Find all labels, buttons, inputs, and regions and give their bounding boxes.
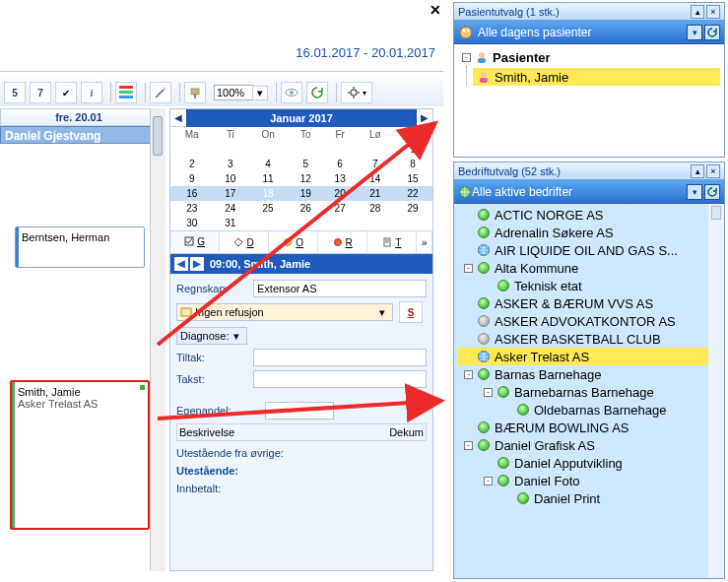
regnskap-label: Regnskap: xyxy=(176,283,253,294)
bedrift-scrollbar[interactable] xyxy=(708,204,724,578)
status-dot-icon xyxy=(477,261,491,275)
bedrift-item[interactable]: BÆRUM BOWLING AS xyxy=(458,419,724,436)
calendar-scrollbar[interactable] xyxy=(150,108,165,571)
expand-icon[interactable]: - xyxy=(462,53,471,62)
status-dot-icon xyxy=(496,385,510,399)
avatar-icon xyxy=(475,50,489,64)
tb-wand-icon[interactable] xyxy=(150,82,171,103)
tb-info-icon[interactable]: i xyxy=(81,82,102,103)
tab-more[interactable]: » xyxy=(417,231,432,253)
zoom-caret[interactable]: ▾ xyxy=(252,86,268,100)
pasient-panel-close[interactable]: × xyxy=(706,5,720,19)
dekum-label: Dekum xyxy=(389,426,424,438)
tb-gear-icon[interactable]: ▾ xyxy=(341,82,372,103)
refusjon-picker[interactable]: Ingen refusjon ▾ xyxy=(176,303,393,321)
tb-refresh-icon[interactable] xyxy=(306,82,328,103)
diagnose-picker[interactable]: Diagnose: ▾ xyxy=(176,327,247,345)
appointment-form: ◀ Januar 2017 ▶ MaTiOnToFrLøSø1234567891… xyxy=(169,108,433,571)
day-header-label: fre. 20.01 xyxy=(55,111,102,123)
status-dot-icon xyxy=(477,367,491,381)
tiltak-input[interactable] xyxy=(253,349,427,366)
bedrift-item[interactable]: ASKER & BÆRUM VVS AS xyxy=(458,294,724,312)
appointment-card[interactable]: Berntsen, Herman xyxy=(15,226,145,268)
zoom-control[interactable]: ▾ xyxy=(214,85,268,100)
close-icon[interactable]: ✕ xyxy=(430,2,441,18)
appointment-name: Smith, Jamie xyxy=(18,386,142,398)
beskrivelse-label: Beskrivelse xyxy=(179,426,234,438)
mini-calendar[interactable]: MaTiOnToFrLøSø12345678910111213141516171… xyxy=(170,127,432,230)
tb-color-icon[interactable] xyxy=(115,82,137,103)
bedrift-item[interactable]: -Daniel Foto xyxy=(458,472,724,489)
appointment-sub: Asker Trelast AS xyxy=(18,398,142,410)
tab-r[interactable]: R xyxy=(318,231,367,253)
pasient-filter-dropdown[interactable]: ▾ xyxy=(687,25,702,40)
bedrift-item[interactable]: -Alta Kommune xyxy=(458,259,724,277)
pasient-filter-refresh[interactable] xyxy=(704,25,720,40)
innbetalt-label: Innbetalt: xyxy=(176,483,427,494)
tab-t[interactable]: T xyxy=(367,231,417,253)
time-prev[interactable]: ◀ xyxy=(174,257,188,271)
bedrift-panel-close[interactable]: × xyxy=(706,164,720,178)
pasient-item[interactable]: Smith, Jamie xyxy=(473,68,720,86)
patients-icon xyxy=(458,25,474,40)
bedrift-item[interactable]: -Daniel Grafisk AS xyxy=(458,436,724,454)
bedrift-panel-collapse[interactable]: ▴ xyxy=(691,164,704,178)
diagnose-label: Diagnose: xyxy=(180,330,230,342)
bedrift-item[interactable]: Teknisk etat xyxy=(458,277,724,294)
expand-icon[interactable]: - xyxy=(484,388,493,397)
expand-icon[interactable]: - xyxy=(464,370,473,379)
bedrift-item[interactable]: Asker Trelast AS xyxy=(458,348,724,365)
svg-rect-16 xyxy=(194,94,196,98)
appointment-card-selected[interactable]: Smith, Jamie Asker Trelast AS xyxy=(10,380,150,530)
bedrift-item[interactable]: ASKER ADVOKATKONTOR AS xyxy=(458,312,724,330)
form-tabs: G D O R T » xyxy=(170,230,432,254)
s-button[interactable]: S xyxy=(399,301,423,323)
pasient-panel-collapse[interactable]: ▴ xyxy=(691,5,704,19)
mini-cal-next[interactable]: ▶ xyxy=(417,112,432,123)
tb-paint-icon[interactable] xyxy=(184,82,206,103)
expand-icon[interactable]: - xyxy=(464,264,473,273)
scrollbar-thumb[interactable] xyxy=(153,116,163,156)
status-dot-icon xyxy=(477,332,491,346)
expand-icon[interactable]: - xyxy=(484,477,493,485)
bedrift-item-label: Barnebarnas Barnehage xyxy=(514,385,654,400)
regnskap-input[interactable] xyxy=(253,280,427,297)
time-next[interactable]: ▶ xyxy=(190,257,204,271)
bedrift-filter-refresh[interactable] xyxy=(704,184,720,200)
pasient-filter-bar: Alle dagens pasienter ▾ xyxy=(454,21,724,44)
tab-o[interactable]: O xyxy=(269,231,318,253)
scroll-up-button[interactable] xyxy=(711,206,721,220)
bedrift-item[interactable]: AIR LIQUIDE OIL AND GAS S... xyxy=(458,241,724,259)
tb-btn-7[interactable]: 7 xyxy=(30,82,51,103)
tb-check-icon[interactable]: ✔ xyxy=(55,82,77,103)
bedrift-tree[interactable]: ACTIC NORGE ASAdrenalin Søkere ASAIR LIQ… xyxy=(454,204,724,578)
bedrift-item[interactable]: -Barnebarnas Barnehage xyxy=(458,383,724,401)
resource-header[interactable]: Daniel Gjestvang xyxy=(0,126,158,144)
svg-rect-11 xyxy=(119,91,133,94)
bedrift-filter-dropdown[interactable]: ▾ xyxy=(687,184,702,200)
egenandel-input[interactable] xyxy=(265,402,334,420)
utest-ovrige-label: Utestående fra øvrige: xyxy=(176,447,427,459)
svg-point-0 xyxy=(460,27,472,38)
mini-cal-month[interactable]: Januar 2017 xyxy=(186,109,417,127)
utestaende-label: Utestående: xyxy=(176,465,427,477)
takst-input[interactable] xyxy=(253,370,427,388)
refusjon-caret[interactable]: ▾ xyxy=(375,306,389,319)
zoom-input[interactable] xyxy=(214,85,253,100)
bedrift-item[interactable]: Daniel Print xyxy=(458,489,724,507)
bedrift-item[interactable]: Daniel Apputvikling xyxy=(458,454,724,472)
tab-d[interactable]: D xyxy=(220,231,269,253)
expand-icon[interactable]: - xyxy=(464,441,473,450)
pasient-root[interactable]: - Pasienter xyxy=(458,48,720,66)
tab-g[interactable]: G xyxy=(170,231,220,253)
day-header[interactable]: fre. 20.01 xyxy=(0,108,158,126)
bedrift-item[interactable]: Adrenalin Søkere AS xyxy=(458,224,724,241)
bedrift-item[interactable]: ACTIC NORGE AS xyxy=(458,206,724,224)
bedrift-item[interactable]: Oldebarnas Barnehage xyxy=(458,401,724,419)
mini-cal-prev[interactable]: ◀ xyxy=(170,112,186,123)
bedrift-item[interactable]: -Barnas Barnehage xyxy=(458,365,724,383)
bedrift-item[interactable]: ASKER BASKETBALL CLUB xyxy=(458,330,724,348)
diagnose-caret[interactable]: ▾ xyxy=(230,330,243,343)
tb-eye-icon[interactable] xyxy=(281,82,302,103)
tb-btn-5[interactable]: 5 xyxy=(4,82,26,103)
